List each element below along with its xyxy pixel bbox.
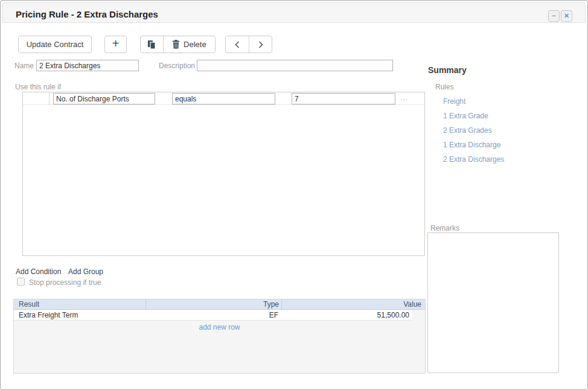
condition-panel: ... bbox=[22, 92, 425, 256]
rule-link-1-extra-discharge[interactable]: 1 Extra Discharge bbox=[443, 141, 500, 149]
type-cell: EF bbox=[146, 310, 282, 320]
copy-rule-button[interactable] bbox=[141, 36, 163, 53]
minimize-button[interactable]: − bbox=[548, 10, 560, 22]
close-icon: ✕ bbox=[564, 13, 569, 19]
dialog-title: Pricing Rule - 2 Extra Discharges bbox=[16, 9, 158, 19]
header-value[interactable]: Value bbox=[282, 299, 425, 309]
add-rule-button[interactable]: + bbox=[104, 36, 127, 53]
condition-row-gutter[interactable] bbox=[23, 92, 50, 105]
name-input[interactable] bbox=[36, 60, 139, 71]
plus-icon: + bbox=[112, 37, 120, 51]
rules-label: Rules bbox=[435, 83, 454, 91]
use-rule-if-label: Use this rule if bbox=[15, 83, 61, 91]
remarks-textarea[interactable] bbox=[427, 232, 559, 373]
summary-heading: Summary bbox=[428, 65, 467, 75]
update-contract-button[interactable]: Update Contract bbox=[18, 36, 92, 53]
header-type[interactable]: Type bbox=[146, 299, 282, 309]
add-new-row-link[interactable]: add new row bbox=[14, 322, 425, 333]
title-bar: Pricing Rule - 2 Extra Discharges − ✕ bbox=[2, 2, 586, 23]
minimize-icon: − bbox=[552, 13, 555, 19]
pricing-rule-dialog: Pricing Rule - 2 Extra Discharges − ✕ Up… bbox=[0, 0, 588, 390]
results-table: Result Type Value Extra Freight Term EF … bbox=[13, 299, 426, 374]
rule-link-freight[interactable]: Freight bbox=[443, 97, 465, 106]
results-table-header: Result Type Value bbox=[14, 299, 425, 310]
rule-link-2-extra-grades[interactable]: 2 Extra Grades bbox=[443, 126, 492, 135]
chevron-right-icon bbox=[258, 41, 264, 48]
condition-operator-select[interactable] bbox=[172, 93, 275, 104]
name-label: Name bbox=[14, 62, 34, 70]
stop-processing-checkbox[interactable] bbox=[17, 278, 25, 286]
next-rule-button[interactable] bbox=[249, 36, 272, 53]
condition-more-button[interactable]: ... bbox=[401, 94, 408, 101]
nav-group bbox=[225, 36, 272, 53]
condition-field-select[interactable] bbox=[53, 93, 155, 104]
result-cell: Extra Freight Term bbox=[14, 310, 146, 320]
copy-icon bbox=[147, 40, 156, 50]
value-cell: 51,500.00 bbox=[282, 310, 412, 320]
trash-icon bbox=[172, 40, 180, 49]
delete-button[interactable]: Delete bbox=[163, 36, 215, 53]
result-row[interactable]: Extra Freight Term EF 51,500.00 bbox=[14, 310, 412, 321]
condition-value-input[interactable] bbox=[292, 93, 395, 104]
delete-label: Delete bbox=[184, 40, 206, 49]
close-button[interactable]: ✕ bbox=[561, 10, 572, 22]
chevron-left-icon bbox=[234, 41, 240, 48]
description-label: Description bbox=[159, 62, 194, 70]
description-input[interactable] bbox=[197, 60, 393, 71]
header-result[interactable]: Result bbox=[14, 299, 146, 309]
add-group-link[interactable]: Add Group bbox=[68, 267, 103, 276]
rule-link-1-extra-grade[interactable]: 1 Extra Grade bbox=[443, 112, 488, 120]
previous-rule-button[interactable] bbox=[226, 36, 249, 53]
remarks-label: Remarks bbox=[430, 224, 459, 232]
stop-processing-label: Stop processing if true bbox=[29, 278, 101, 287]
copy-delete-group: Delete bbox=[140, 36, 216, 53]
update-contract-label: Update Contract bbox=[27, 40, 84, 49]
rule-link-2-extra-discharges[interactable]: 2 Extra Discharges bbox=[443, 155, 504, 164]
add-condition-link[interactable]: Add Condition bbox=[16, 267, 61, 276]
